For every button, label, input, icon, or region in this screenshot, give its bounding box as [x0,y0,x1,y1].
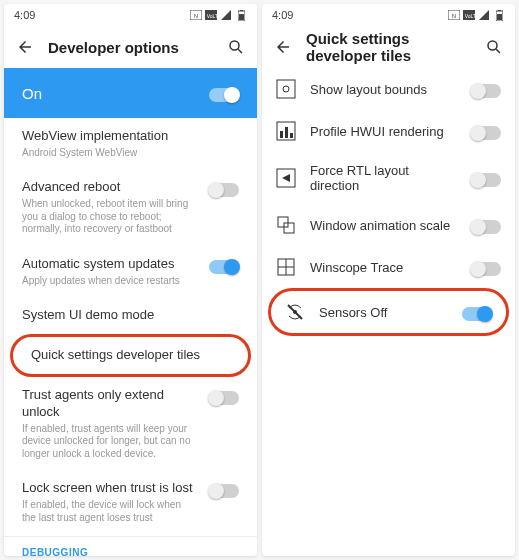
svg-text:N: N [194,13,198,19]
back-icon[interactable] [274,38,292,56]
toggle-hwui[interactable] [471,126,501,140]
rtl-icon [276,168,296,188]
highlight-sensors-off: Sensors Off [268,288,509,336]
tile-rtl[interactable]: Force RTL layout direction [262,152,515,204]
left-screen: 4:09 N VoLTE Developer options On WebVie… [4,4,257,556]
search-icon[interactable] [485,38,503,56]
battery-icon [493,9,505,21]
volte-icon: VoLTE [463,9,475,21]
section-debugging: DEBUGGING [4,539,257,556]
layout-bounds-icon [276,79,296,99]
svg-point-16 [488,41,497,50]
setting-demo-mode[interactable]: System UI demo mode [4,297,257,334]
toggle-lock-trust-lost[interactable] [209,484,239,498]
setting-trust-extend[interactable]: Trust agents only extend unlockIf enable… [4,377,257,470]
status-bar: 4:09 N VoLTE [262,4,515,26]
status-icons: N VoLTE [190,9,247,21]
nfc-icon: N [448,9,460,21]
toggle-sensors-off[interactable] [462,307,492,321]
settings-list[interactable]: On WebView implementationAndroid System … [4,68,257,556]
status-time: 4:09 [14,9,35,21]
setting-webview[interactable]: WebView implementationAndroid System Web… [4,118,257,169]
signal-icon [478,9,490,21]
signal-icon [220,9,232,21]
toggle-rtl[interactable] [471,173,501,187]
svg-text:VoLTE: VoLTE [465,13,475,19]
svg-rect-6 [240,10,243,11]
right-screen: 4:09 N VoLTE Quick settings developer ti… [262,4,515,556]
page-title: Developer options [48,39,213,56]
master-toggle[interactable] [209,88,239,102]
highlight-quick-tiles: Quick settings developer tiles [10,334,251,377]
status-time: 4:09 [272,9,293,21]
setting-lock-trust-lost[interactable]: Lock screen when trust is lostIf enabled… [4,470,257,534]
sensors-off-icon [285,302,305,322]
battery-icon [235,9,247,21]
svg-rect-14 [497,14,502,20]
status-icons: N VoLTE [448,9,505,21]
toggle-layout-bounds[interactable] [471,84,501,98]
svg-rect-26 [284,223,294,233]
app-bar: Quick settings developer tiles [262,26,515,68]
tile-animation-scale[interactable]: Window animation scale [262,204,515,246]
nfc-icon: N [190,9,202,21]
toggle-advanced-reboot[interactable] [209,183,239,197]
svg-text:VoLTE: VoLTE [207,13,217,19]
search-icon[interactable] [227,38,245,56]
toggle-auto-updates[interactable] [209,260,239,274]
svg-rect-21 [280,131,283,138]
svg-rect-22 [285,127,288,138]
toggle-winscope[interactable] [471,262,501,276]
svg-rect-18 [277,80,295,98]
tile-sensors-off[interactable]: Sensors Off [271,291,506,333]
toggle-animation-scale[interactable] [471,220,501,234]
setting-quick-tiles[interactable]: Quick settings developer tiles [13,337,248,374]
setting-auto-updates[interactable]: Automatic system updatesApply updates wh… [4,246,257,297]
window-icon [276,215,296,235]
svg-line-17 [496,49,500,53]
tile-hwui[interactable]: Profile HWUI rendering [262,110,515,152]
back-icon[interactable] [16,38,34,56]
svg-rect-5 [239,14,244,20]
master-toggle-row[interactable]: On [4,68,257,118]
svg-rect-25 [278,217,288,227]
master-toggle-label: On [22,85,42,102]
tile-layout-bounds[interactable]: Show layout bounds [262,68,515,110]
svg-rect-23 [290,133,293,138]
svg-point-7 [230,41,239,50]
bars-icon [276,121,296,141]
app-bar: Developer options [4,26,257,68]
setting-advanced-reboot[interactable]: Advanced rebootWhen unlocked, reboot ite… [4,169,257,245]
svg-line-8 [238,49,242,53]
page-title: Quick settings developer tiles [306,30,471,64]
divider [4,536,257,537]
toggle-trust-extend[interactable] [209,391,239,405]
tile-winscope[interactable]: Winscope Trace [262,246,515,288]
volte-icon: VoLTE [205,9,217,21]
status-bar: 4:09 N VoLTE [4,4,257,26]
svg-text:N: N [452,13,456,19]
trace-icon [276,257,296,277]
tiles-list[interactable]: Show layout bounds Profile HWUI renderin… [262,68,515,556]
svg-point-19 [283,86,289,92]
svg-rect-15 [498,10,501,11]
